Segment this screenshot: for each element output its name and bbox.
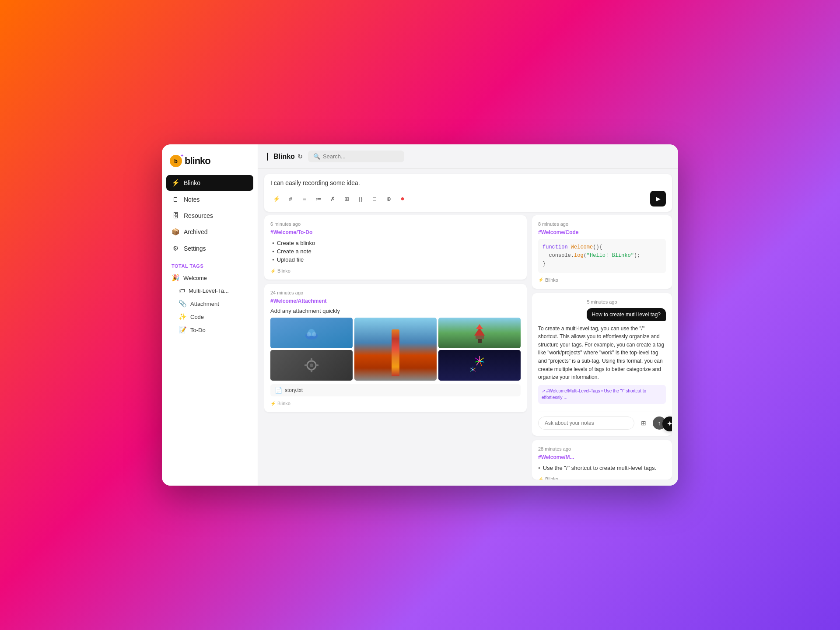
nav-item-archived[interactable]: 📦 Archived <box>166 224 253 240</box>
main-content: Blinko ↻ 🔍 I can easily recording some i… <box>258 144 678 486</box>
note-attachment-author: ⚡ Blinko <box>270 401 521 406</box>
notes-nav-icon: 🗒 <box>172 196 179 203</box>
blinko-author-icon-4: ⚡ <box>538 477 543 480</box>
tag-item-code[interactable]: ✨ Code <box>166 310 253 323</box>
note-ml-text: ● Use the "/" shortcut to create multi-l… <box>538 464 666 472</box>
toolbar-lightning-btn[interactable]: ⚡ <box>270 192 283 205</box>
note-code-author: ⚡ Blinko <box>538 277 666 283</box>
logo: b ✦ blinko <box>166 153 253 175</box>
tag-item-todo[interactable]: 📝 To-Do <box>166 323 253 336</box>
file-name: story.txt <box>285 387 303 393</box>
bullet-icon-1: ● <box>272 241 274 245</box>
search-input[interactable] <box>323 153 399 160</box>
toolbar-record-btn[interactable]: ● <box>396 192 409 205</box>
image-3[interactable] <box>438 318 521 348</box>
image-firework[interactable] <box>438 350 521 381</box>
nav-label-blinko: Blinko <box>184 179 200 186</box>
svg-rect-11 <box>311 369 312 372</box>
svg-marker-7 <box>476 324 483 329</box>
svg-line-24 <box>473 368 476 370</box>
input-placeholder-text[interactable]: I can easily recording some idea. <box>270 179 666 186</box>
note-todo-tag[interactable]: #Welcome/To-Do <box>270 229 521 235</box>
page-title-text: Blinko <box>273 153 295 161</box>
nav-item-resources[interactable]: 🗄 Resources <box>166 208 253 223</box>
tag-label-attachment: Attachment <box>190 301 219 307</box>
nav-item-blinko[interactable]: ⚡ Blinko <box>166 175 253 191</box>
archived-nav-icon: 📦 <box>172 228 179 236</box>
toolbar-numbered-list-btn[interactable]: ≔ <box>312 192 325 205</box>
notes-column: 6 minutes ago #Welcome/To-Do ● Create a … <box>264 215 527 480</box>
svg-line-27 <box>470 368 473 370</box>
blinko-author-icon-3: ⚡ <box>538 277 543 282</box>
send-button[interactable]: ▶ <box>650 191 666 206</box>
toolbar-bullet-list-btn[interactable]: ≡ <box>298 192 311 205</box>
svg-point-9 <box>310 364 313 367</box>
resources-nav-icon: 🗄 <box>172 212 179 219</box>
note-todo-author: ⚡ Blinko <box>270 268 521 273</box>
chat-user-bubble: How to create mutli level tag? <box>587 308 666 321</box>
image-1[interactable] <box>270 318 353 348</box>
note-attachment-text: Add any attachment quickly <box>270 308 521 314</box>
nav-label-notes: Notes <box>184 196 200 203</box>
note-card-code: 8 minutes ago #Welcome/Code function Wel… <box>532 215 672 289</box>
note-todo-list: ● Create a blinko ● Create a note ● Uplo… <box>270 239 521 264</box>
nav-label-settings: Settings <box>184 245 206 252</box>
toolbar-row: ⚡ # ≡ ≔ ✗ ⊞ {} □ ⊕ ● ▶ <box>270 191 666 206</box>
note-ml-time: 28 minutes ago <box>538 446 666 452</box>
image-4[interactable] <box>270 350 353 381</box>
note-card-todo: 6 minutes ago #Welcome/To-Do ● Create a … <box>264 215 527 280</box>
note-todo-item-3: ● Upload file <box>272 256 521 264</box>
chat-time: 5 minutes ago <box>538 299 666 304</box>
chat-ai-response: To create a multi-level tag, you can use… <box>538 325 666 407</box>
toolbar-embed-btn[interactable]: □ <box>368 192 381 205</box>
toolbar-table-btn[interactable]: ⊞ <box>340 192 353 205</box>
note-card-multilevel: 28 minutes ago #Welcome/M... ● Use the "… <box>532 440 672 480</box>
note-attachment-tag[interactable]: #Welcome/Attachment <box>270 298 521 304</box>
content-area: 6 minutes ago #Welcome/To-Do ● Create a … <box>258 215 678 486</box>
tag-item-multilevel[interactable]: 🏷 Multi-Level-Ta... <box>166 284 253 297</box>
svg-point-2 <box>307 332 311 336</box>
file-attachment[interactable]: 📄 story.txt <box>270 384 521 396</box>
toolbar-code-btn[interactable]: {} <box>354 192 367 205</box>
toolbar-hash-btn[interactable]: # <box>284 192 297 205</box>
chat-source-tag[interactable]: ↗ #Welcome/Multi-Level-Tags • Use the "/… <box>538 385 666 404</box>
blinko-author-icon: ⚡ <box>270 269 276 273</box>
search-bar[interactable]: 🔍 <box>308 150 404 162</box>
chat-input-row: ⊞ ↑ <box>538 412 666 430</box>
tag-item-attachment[interactable]: 📎 Attachment <box>166 297 253 310</box>
bullet-icon-2: ● <box>272 249 274 253</box>
svg-line-21 <box>475 358 480 361</box>
note-ml-tag[interactable]: #Welcome/M... <box>538 454 666 460</box>
toolbar-add-btn[interactable]: ⊕ <box>382 192 395 205</box>
note-todo-time: 6 minutes ago <box>270 221 521 227</box>
search-icon: 🔍 <box>313 153 320 160</box>
tag-item-welcome[interactable]: 🎉 Welcome <box>166 271 253 284</box>
chat-grid-icon-btn[interactable]: ⊞ <box>637 416 650 430</box>
nav-label-resources: Resources <box>184 212 213 219</box>
note-card-attachment: 24 minutes ago #Welcome/Attachment Add a… <box>264 284 527 412</box>
note-todo-item-1: ● Create a blinko <box>272 239 521 247</box>
note-code-tag[interactable]: #Welcome/Code <box>538 229 666 235</box>
tag-label-multilevel: Multi-Level-Ta... <box>189 287 229 294</box>
svg-line-26 <box>470 370 473 371</box>
blinko-author-icon-2: ⚡ <box>270 401 276 406</box>
code-block: function Welcome(){ console.log("Hello! … <box>538 239 666 273</box>
logo-star-icon: ✦ <box>180 153 184 158</box>
todo-tag-icon: 📝 <box>178 326 187 334</box>
note-code-time: 8 minutes ago <box>538 221 666 227</box>
toolbar-checklist-btn[interactable]: ✗ <box>326 192 339 205</box>
svg-rect-4 <box>478 339 482 343</box>
image-center-tall[interactable] <box>354 318 437 381</box>
note-ml-author: ⚡ Blinko <box>538 476 666 480</box>
nav-item-notes[interactable]: 🗒 Notes <box>166 192 253 207</box>
chat-input[interactable] <box>538 416 634 430</box>
page-title: Blinko ↻ <box>273 153 303 161</box>
bullet-icon-ml: ● <box>538 466 540 470</box>
topbar: Blinko ↻ 🔍 <box>258 144 678 169</box>
nav-item-settings[interactable]: ⚙ Settings <box>166 241 253 256</box>
tag-label-welcome: Welcome <box>183 275 207 281</box>
code-tag-icon: ✨ <box>178 313 187 321</box>
refresh-icon[interactable]: ↻ <box>298 153 303 160</box>
note-todo-item-2: ● Create a note <box>272 247 521 256</box>
multilevel-tag-icon: 🏷 <box>178 287 185 294</box>
